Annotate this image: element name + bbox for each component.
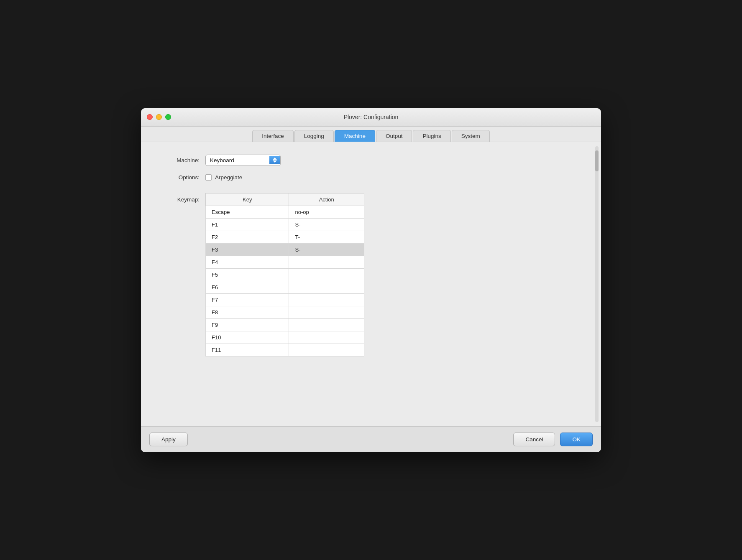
arpeggiate-checkbox[interactable]	[205, 174, 212, 181]
btn-group: Cancel OK	[513, 433, 593, 446]
action-cell[interactable]: no-op	[289, 206, 364, 218]
table-row[interactable]: F4	[206, 256, 364, 268]
tabs-bar: Interface Logging Machine Output Plugins…	[141, 127, 601, 142]
key-cell: F5	[206, 268, 289, 281]
apply-button[interactable]: Apply	[149, 433, 188, 446]
table-row[interactable]: F7	[206, 293, 364, 306]
arrow-down-icon	[273, 160, 277, 163]
arpeggiate-label: Arpeggiate	[215, 174, 242, 181]
scrollbar-thumb[interactable]	[595, 150, 599, 171]
col-key-header: Key	[206, 193, 289, 206]
machine-label: Machine:	[158, 157, 200, 163]
close-button[interactable]	[147, 114, 153, 120]
key-cell: F6	[206, 281, 289, 293]
action-cell[interactable]	[289, 318, 364, 331]
tab-interface[interactable]: Interface	[252, 130, 294, 142]
table-row[interactable]: F9	[206, 318, 364, 331]
key-cell: F3	[206, 243, 289, 256]
machine-select[interactable]: Keyboard	[205, 155, 281, 166]
window-title: Plover: Configuration	[344, 114, 399, 120]
table-row[interactable]: F11	[206, 344, 364, 356]
traffic-lights	[147, 114, 171, 120]
key-cell: F4	[206, 256, 289, 268]
machine-select-value: Keyboard	[206, 155, 269, 165]
form-section: Machine: Keyboard Options: Arpeggiate	[158, 155, 584, 356]
keymap-label: Keymap:	[158, 193, 200, 203]
action-cell[interactable]	[289, 281, 364, 293]
keymap-section: Keymap: Key Action Escapeno-opF1S-F2T-F3…	[158, 193, 584, 356]
maximize-button[interactable]	[165, 114, 171, 120]
table-row[interactable]: F10	[206, 331, 364, 344]
tab-logging[interactable]: Logging	[294, 130, 334, 142]
content-area: Machine: Keyboard Options: Arpeggiate	[141, 142, 601, 426]
key-cell: F9	[206, 318, 289, 331]
action-cell[interactable]	[289, 306, 364, 318]
table-row[interactable]: F2T-	[206, 231, 364, 243]
options-label: Options:	[158, 174, 200, 181]
table-row[interactable]: F6	[206, 281, 364, 293]
table-row[interactable]: F1S-	[206, 218, 364, 231]
action-cell[interactable]	[289, 344, 364, 356]
tab-machine[interactable]: Machine	[335, 130, 375, 142]
tab-plugins[interactable]: Plugins	[413, 130, 450, 142]
key-cell: F1	[206, 218, 289, 231]
select-arrows-icon	[269, 156, 280, 164]
keymap-table: Key Action Escapeno-opF1S-F2T-F3S-F4F5F6…	[205, 193, 364, 356]
key-cell: F11	[206, 344, 289, 356]
tab-output[interactable]: Output	[376, 130, 412, 142]
arpeggiate-row: Arpeggiate	[205, 174, 242, 181]
ok-button[interactable]: OK	[560, 433, 593, 446]
table-row[interactable]: F5	[206, 268, 364, 281]
key-cell: Escape	[206, 206, 289, 218]
main-window: Plover: Configuration Interface Logging …	[141, 108, 601, 452]
action-cell[interactable]	[289, 293, 364, 306]
tab-system[interactable]: System	[452, 130, 490, 142]
action-cell[interactable]: S-	[289, 243, 364, 256]
minimize-button[interactable]	[156, 114, 162, 120]
key-cell: F10	[206, 331, 289, 344]
action-cell[interactable]	[289, 268, 364, 281]
title-bar: Plover: Configuration	[141, 108, 601, 127]
machine-row: Machine: Keyboard	[158, 155, 584, 166]
scrollbar[interactable]	[595, 146, 599, 422]
table-row[interactable]: F8	[206, 306, 364, 318]
arrow-up-icon	[273, 158, 277, 160]
key-cell: F2	[206, 231, 289, 243]
table-row[interactable]: Escapeno-op	[206, 206, 364, 218]
action-cell[interactable]: T-	[289, 231, 364, 243]
bottom-bar: Apply Cancel OK	[141, 426, 601, 452]
options-row: Options: Arpeggiate	[158, 174, 584, 181]
col-action-header: Action	[289, 193, 364, 206]
key-cell: F7	[206, 293, 289, 306]
key-cell: F8	[206, 306, 289, 318]
action-cell[interactable]: S-	[289, 218, 364, 231]
cancel-button[interactable]: Cancel	[513, 433, 555, 446]
table-row[interactable]: F3S-	[206, 243, 364, 256]
action-cell[interactable]	[289, 256, 364, 268]
action-cell[interactable]	[289, 331, 364, 344]
